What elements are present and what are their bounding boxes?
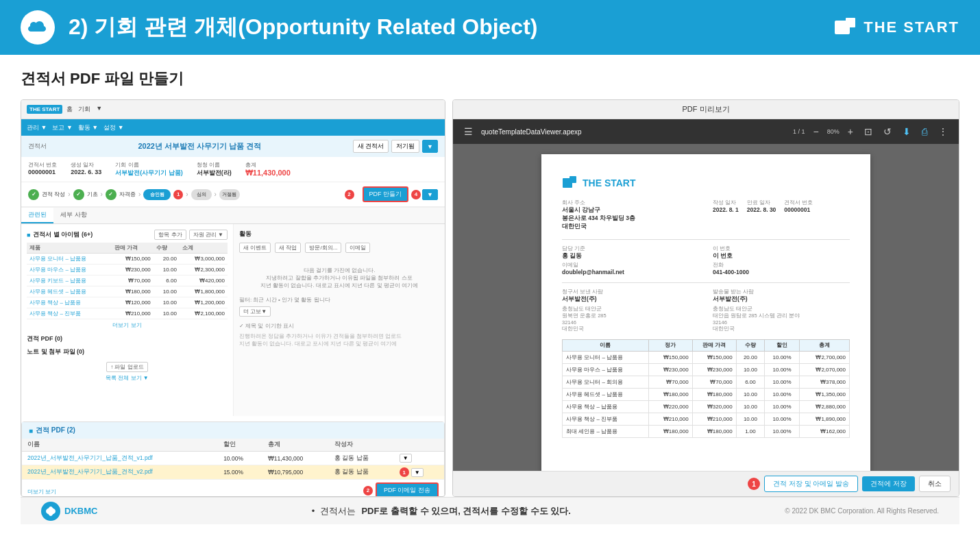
fit-btn[interactable]: ⊡ (861, 126, 875, 137)
items-title: ■ 견적서 별 아이템 (6+) (27, 230, 93, 239)
print-btn[interactable]: ⎙ (919, 126, 930, 137)
progress-bar: ✓ 견적 작성 › ✓ 기초 › ✓ 자격증 › 승인됨 (21, 182, 445, 207)
pdf-info-grid: 회사 주소 서울시 강남구 봉은사로 434 차우빌딩 3층 대한민국 작성 일… (562, 199, 850, 231)
add-item-btn[interactable]: 항목 추가 (154, 230, 186, 240)
content-left: ■ 견적서 별 아이템 (6+) 항목 추가 자원 관리 ▼ 제품 판매 (21, 224, 234, 416)
pdf-logo: THE START (562, 175, 850, 191)
table-row: 사무용 헤드셋 – 납품용 ₩180,000 ₩180,000 10.00 10… (563, 389, 850, 401)
tab-related[interactable]: 관련된 (21, 208, 53, 223)
crm-topbar: THE START 홈 기회 ▼ (21, 100, 445, 119)
table-row: 사무용 헤드셋 – 납품용 ₩180,000 10.00 ₩1,800,000 (27, 286, 228, 297)
table-row: 사무용 책상 – 납품용 ₩220,000 ₩320,000 10.00 10.… (563, 401, 850, 413)
pdf-create-btn[interactable]: PDF 만들기 (363, 186, 409, 202)
lower-panels: ■ 견적 PDF (2) 이름 할인 총계 작성자 2 (21, 421, 445, 497)
edit-btn[interactable]: 저기됨 (391, 140, 419, 153)
badge-num-1: 1 (400, 467, 409, 477)
quote-id-item: 견적서 번호 00000001 (28, 161, 57, 177)
rotate-btn[interactable]: ↺ (881, 126, 894, 137)
cloud-icon (27, 17, 48, 38)
email-btn[interactable]: 이메일 (345, 243, 370, 253)
quote-pdf-section: 견적 PDF (0) (27, 334, 228, 343)
more-pdf-link[interactable]: 더보기 보기 (27, 488, 56, 495)
edit-item-btn[interactable]: 자원 관리 ▼ (189, 230, 228, 240)
main-content: 견적서 PDF 파일 만들기 THE START 홈 기회 ▼ 관리 ▼ 보고 … (0, 55, 980, 538)
step-active: 승인됨 1 (143, 189, 183, 200)
upload-btn[interactable]: ↑ 파일 업로드 (106, 362, 147, 372)
pdf-dropdown[interactable]: ▼ (422, 189, 438, 200)
table-row: 사무용 모니터 – 납품용 ₩150,000 ₩150,000 20.00 10… (563, 352, 850, 364)
action-dropdown-btn[interactable]: ▼ (400, 454, 412, 463)
table-row: 사무용 마우스 – 납품용 ₩230,000 ₩230,000 10.00 10… (563, 364, 850, 376)
pdf-company-addr: 서울시 강남구 봉은사로 434 차우빌딩 3층 대한민국 (562, 206, 699, 231)
quote-actions: 새 견적서 저기됨 ▼ (353, 140, 438, 153)
page-count: 1 / 1 (793, 128, 805, 135)
crm-navbar: 관리 ▼ 보고 ▼ 활동 ▼ 설정 ▼ (21, 119, 445, 136)
footer-bullet: • (312, 506, 315, 516)
pdf-page: THE START 회사 주소 서울시 강남구 봉은사로 434 차우빌딩 3층… (541, 154, 870, 471)
list-item: 2022년_서부발전_사무기기_납품_견적_v1.pdf 10.00% ₩11,… (22, 452, 444, 465)
more-items-link[interactable]: 더보기 보기 (27, 321, 228, 329)
action-dropdown-btn[interactable]: ▼ (411, 468, 424, 477)
pdf-panel: PDF 미리보기 ☰ quoteTemplateDataViewer.apexp… (452, 99, 959, 497)
step-badge: 1 (173, 190, 183, 199)
save-quote-btn[interactable]: 견적에 저장 (862, 476, 915, 491)
nav-activity[interactable]: 활동 ▼ (78, 123, 98, 132)
pdf-divider-1 (562, 239, 850, 240)
more-tools-btn[interactable]: ⋮ (935, 126, 951, 137)
log-btn[interactable]: 방문/회의... (305, 243, 341, 253)
page-header: 2) 기회 관련 개체(Opportunity Related Object) … (0, 0, 980, 55)
table-row: 사무용 모니터 – 납품용 ₩150,000 20.00 ₩3,000,000 (27, 254, 228, 265)
edit-quote-btn[interactable]: 견적 저장 및 아메일 발송 (764, 476, 858, 492)
nav-home[interactable]: 홈 (66, 105, 73, 114)
nav-report[interactable]: 보고 ▼ (52, 123, 72, 132)
svg-point-5 (48, 506, 53, 516)
content-right: 활동 새 이벤트 새 작업 방문/회의... 이메일 다음 걸기를 가진에 없습… (234, 224, 445, 416)
nav-settings[interactable]: 설정 ▼ (103, 123, 123, 132)
menu-btn[interactable]: ☰ (461, 126, 476, 137)
zoom-level: 80% (827, 128, 840, 135)
step-3: ✓ 자격증 (106, 189, 136, 200)
badge-4: 4 (411, 190, 421, 199)
see-all-link[interactable]: 목록 전체 보기 ▼ (27, 374, 228, 382)
new-task-btn[interactable]: 새 이벤트 (239, 243, 271, 253)
owner-value: 서부발전(라) (197, 169, 232, 176)
footer-left: • 견적서는 PDF로 출력할 수 있으며, 견적서를 수정할 수도 있다. (312, 505, 571, 517)
dropdown-btn[interactable]: ▼ (422, 140, 438, 153)
section-title: 견적서 PDF 파일 만들기 (21, 69, 959, 89)
crm-panel: THE START 홈 기회 ▼ 관리 ▼ 보고 ▼ 활동 ▼ 설정 ▼ 견적서… (21, 99, 445, 497)
page-title: 2) 기회 관련 개체(Opportunity Related Object) (69, 12, 537, 42)
header-icon (21, 10, 55, 45)
lower-quote-table: 이름 할인 총계 작성자 2022년_서부발전_사무기기_납품_견적_v1.pd… (22, 439, 444, 480)
new-call-btn[interactable]: 새 작업 (275, 243, 301, 253)
breadcrumb: 견적서 (28, 142, 47, 151)
pdf-content: THE START 회사 주소 서울시 강남구 봉은사로 434 차우빌딩 3층… (453, 144, 959, 471)
new-quote-btn[interactable]: 새 견적서 (353, 140, 389, 153)
zoom-in-btn[interactable]: + (845, 126, 856, 137)
step-2: ✓ 기초 (73, 189, 98, 200)
pdf-area: 2 PDF 만들기 4 ▼ (345, 186, 438, 202)
notes-section: 노트 및 첨부 파일 (0) (27, 347, 228, 356)
footer: DKBMC • 견적서는 PDF로 출력할 수 있으며, 견적서를 수정할 수도… (21, 497, 959, 524)
tabs-row: 관련된 세부 사항 (21, 208, 445, 224)
quote-info: 견적서 번호 00000001 생성 일자 2022. 6. 33 기회 이름 … (21, 157, 445, 182)
pdf-preview-btn[interactable]: PDF 이메일 전송 (376, 482, 439, 497)
quote-pdf-title: 견적 PDF (0) (27, 334, 228, 343)
zoom-out-btn[interactable]: − (811, 126, 822, 137)
svg-rect-3 (569, 176, 576, 183)
pdf-items-table: 이름 정가 판매 가격 수량 할인 총계 사무용 모니터 – 납품용 ₩150,… (562, 339, 850, 438)
nav-opportunity[interactable]: 기회 (78, 105, 90, 114)
nav-more[interactable]: ▼ (96, 105, 102, 114)
quote-date-value: 2022. 6. 33 (71, 169, 101, 175)
footer-copyright: © 2022 DK BMC Corporation. All Rights Re… (785, 507, 939, 515)
svg-rect-1 (846, 18, 855, 27)
crm-topbar-nav: 홈 기회 ▼ (66, 105, 102, 114)
tab-detail[interactable]: 세부 사항 (53, 208, 94, 223)
dkbmc-logo: DKBMC (41, 502, 97, 521)
close-btn[interactable]: 취소 (919, 476, 951, 492)
more-btn[interactable]: 더 고보▼ (239, 306, 271, 317)
step-6: 거절됨 (219, 189, 240, 200)
email-section: ✓ 제목 및 이기한 표시 진행하려온 정답을 추가하거나 이유가 견적들을 첨… (239, 322, 439, 347)
screenshot-container: THE START 홈 기회 ▼ 관리 ▼ 보고 ▼ 활동 ▼ 설정 ▼ 견적서… (21, 99, 959, 497)
nav-kanban[interactable]: 관리 ▼ (27, 123, 47, 132)
download-btn[interactable]: ⬇ (900, 126, 914, 137)
